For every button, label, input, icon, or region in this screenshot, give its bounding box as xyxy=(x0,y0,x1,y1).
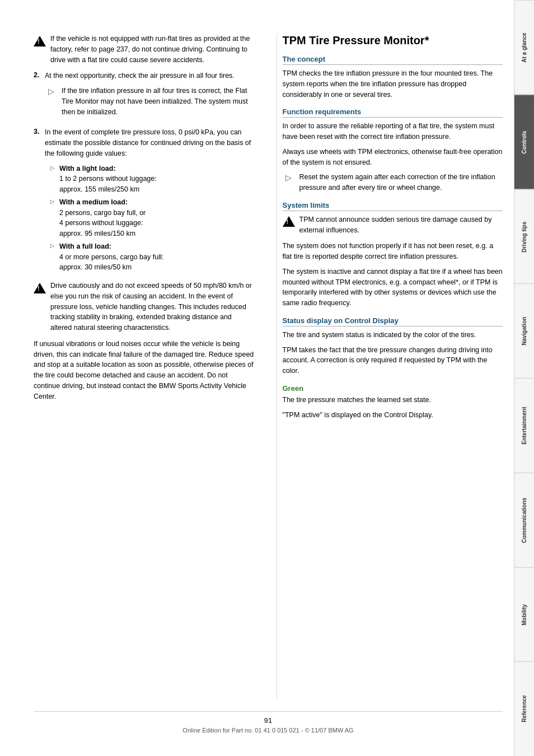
concept-heading: The concept xyxy=(283,55,503,65)
status-display-para1: The tire and system status is indicated … xyxy=(283,330,503,340)
full-load-label: With a full load: xyxy=(59,242,111,250)
warning-triangle-2 xyxy=(34,283,46,293)
system-limits-para1: The system does not function properly if… xyxy=(283,241,503,262)
sidebar-tab-at-a-glance[interactable]: At a glance xyxy=(514,0,534,95)
medium-load-label: With a medium load: xyxy=(59,198,128,206)
warning-box-1: If the vehicle is not equipped with run-… xyxy=(34,34,254,65)
item-3-text: In the event of complete tire pressure l… xyxy=(45,127,254,158)
sidebar-tab-driving-tips[interactable]: Driving tips xyxy=(514,189,534,284)
green-para2: "TPM active" is displayed on the Control… xyxy=(283,410,503,421)
bullet-light-load: ▷ With a light load: 1 to 2 persons with… xyxy=(50,164,254,195)
function-req-note-text: Reset the system again after each correc… xyxy=(299,172,503,193)
item-2-text: At the next opportunity, check the air p… xyxy=(45,71,254,81)
sidebar-tab-communications[interactable]: Communications xyxy=(514,473,534,567)
light-load-detail: 1 to 2 persons without luggage:approx. 1… xyxy=(59,175,157,193)
function-req-para2: Always use wheels with TPM electronics, … xyxy=(283,147,503,168)
warning-text-2: Drive cautiously and do not exceed speed… xyxy=(50,281,254,333)
sidebar-tab-navigation[interactable]: Navigation xyxy=(514,283,534,378)
full-load-content: With a full load: 4 or more persons, car… xyxy=(59,241,254,273)
note-icon-1: ▷ xyxy=(45,87,57,96)
numbered-item-3: 3. In the event of complete tire pressur… xyxy=(34,127,254,275)
sidebar-tab-reference[interactable]: Reference xyxy=(514,661,534,756)
guide-values-list: ▷ With a light load: 1 to 2 persons with… xyxy=(50,164,254,273)
green-heading: Green xyxy=(283,384,503,393)
warning-box-2: Drive cautiously and do not exceed speed… xyxy=(34,281,254,333)
medium-load-content: With a medium load: 2 persons, cargo bay… xyxy=(59,197,254,239)
item-3-number: 3. xyxy=(34,127,45,136)
system-limits-para2: The system is inactive and cannot displa… xyxy=(283,267,503,309)
note-box-1: ▷ If the tire inflation pressure in all … xyxy=(45,86,254,117)
note-arrow-1: ▷ xyxy=(48,87,54,96)
status-display-heading: Status display on Control Display xyxy=(283,316,503,326)
numbered-item-2: 2. At the next opportunity, check the ai… xyxy=(34,71,254,122)
system-limits-warning-triangle xyxy=(283,216,295,227)
sidebar-tab-entertainment[interactable]: Entertainment xyxy=(514,378,534,473)
left-col-para1: If unusual vibrations or loud noises occ… xyxy=(34,339,254,402)
page-container: If the vehicle is not equipped with run-… xyxy=(0,0,534,756)
warning-text-1: If the vehicle is not equipped with run-… xyxy=(50,34,254,65)
function-req-para1: In order to assure the reliable reportin… xyxy=(283,121,503,142)
item-2-content: At the next opportunity, check the air p… xyxy=(45,71,254,122)
warning-icon-2 xyxy=(34,282,46,294)
system-limits-warning-text: TPM cannot announce sudden serious tire … xyxy=(299,214,503,236)
function-req-note-icon: ▷ xyxy=(283,173,295,182)
page-number: 91 xyxy=(34,716,503,725)
bullet-arrow-3: ▷ xyxy=(50,241,59,249)
warning-text-1-content: If the vehicle is not equipped with run-… xyxy=(50,35,250,64)
sidebar-tab-mobility[interactable]: Mobility xyxy=(514,567,534,662)
item-3-content: In the event of complete tire pressure l… xyxy=(45,127,254,275)
bullet-medium-load: ▷ With a medium load: 2 persons, cargo b… xyxy=(50,197,254,239)
note-text-1: If the tire inflation pressure in all fo… xyxy=(62,86,254,117)
full-load-detail: 4 or more persons, cargo bay full:approx… xyxy=(59,253,163,272)
green-para1: The tire pressure matches the learned se… xyxy=(283,395,503,405)
system-limits-warning-icon xyxy=(283,216,295,228)
function-req-note-arrow: ▷ xyxy=(285,173,292,182)
concept-text: TPM checks the tire inflation pressure i… xyxy=(283,68,503,100)
function-req-note-box: ▷ Reset the system again after each corr… xyxy=(283,172,503,193)
right-sidebar: At a glance Controls Driving tips Naviga… xyxy=(514,0,534,756)
footer-text: Online Edition for Part no. 01 41 0 015 … xyxy=(34,727,503,734)
page-footer: 91 Online Edition for Part no. 01 41 0 0… xyxy=(34,711,503,734)
bullet-arrow-1: ▷ xyxy=(50,164,59,171)
left-column: If the vehicle is not equipped with run-… xyxy=(34,34,260,700)
main-heading: TPM Tire Pressure Monitor* xyxy=(283,34,503,47)
right-column: TPM Tire Pressure Monitor* The concept T… xyxy=(277,34,503,700)
status-display-para2: TPM takes the fact that the tire pressur… xyxy=(283,345,503,376)
content-columns: If the vehicle is not equipped with run-… xyxy=(34,34,503,700)
system-limits-heading: System limits xyxy=(283,201,503,211)
warning-triangle-1 xyxy=(34,36,46,46)
sidebar-tab-controls[interactable]: Controls xyxy=(514,95,534,189)
system-limits-warning-box: TPM cannot announce sudden serious tire … xyxy=(283,214,503,236)
bullet-arrow-2: ▷ xyxy=(50,197,59,204)
main-content: If the vehicle is not equipped with run-… xyxy=(0,0,514,756)
light-load-content: With a light load: 1 to 2 persons withou… xyxy=(59,164,254,195)
function-req-heading: Function requirements xyxy=(283,108,503,118)
warning-icon-1 xyxy=(34,35,46,47)
bullet-full-load: ▷ With a full load: 4 or more persons, c… xyxy=(50,241,254,273)
medium-load-detail: 2 persons, cargo bay full, or4 persons w… xyxy=(59,209,146,238)
light-load-label: With a light load: xyxy=(59,165,116,172)
item-2-number: 2. xyxy=(34,71,45,79)
